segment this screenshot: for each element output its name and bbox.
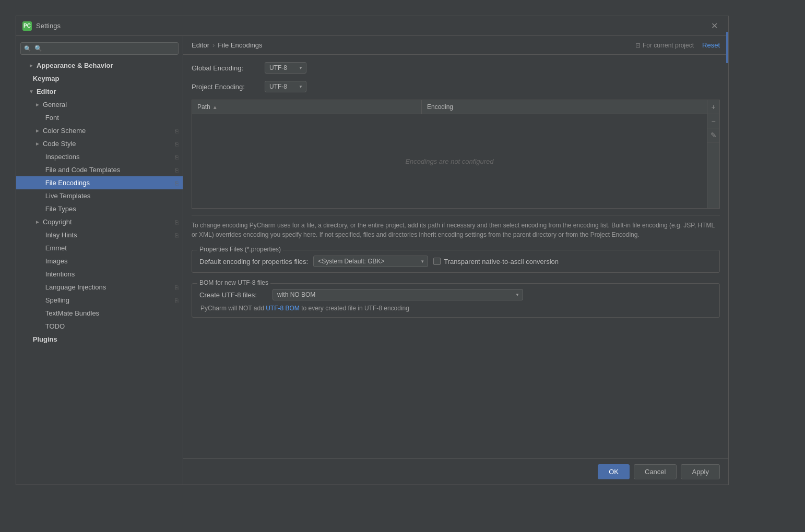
- global-encoding-row: Global Encoding: UTF-8: [192, 62, 720, 74]
- project-encoding-row: Project Encoding: UTF-8: [192, 81, 720, 92]
- copy-icon: ⎘: [175, 154, 179, 160]
- table-edit-button[interactable]: ✎: [707, 128, 719, 142]
- panel-header: Editor › File Encodings ⊡ For current pr…: [183, 36, 728, 55]
- sidebar-item-label: Keymap: [33, 75, 60, 82]
- sidebar-item-emmet[interactable]: Emmet: [16, 241, 183, 255]
- bom-note: PyCharm will NOT add UTF-8 BOM to every …: [199, 305, 712, 312]
- sidebar-item-inspections[interactable]: Inspections ⎘: [16, 150, 183, 163]
- sidebar-item-spelling[interactable]: Spelling ⎘: [16, 294, 183, 307]
- arrow-icon: [41, 193, 43, 199]
- copy-icon: ⎘: [175, 284, 179, 291]
- sidebar-item-label: File Encodings: [45, 179, 90, 187]
- sidebar-item-label: General: [43, 101, 67, 108]
- empty-message: Encodings are not configured: [405, 158, 493, 165]
- arrow-icon: [41, 258, 43, 264]
- settings-window: PC Settings ✕ 🔍 ► Appearance & Behavior …: [16, 16, 729, 485]
- sidebar-item-intentions[interactable]: Intentions: [16, 268, 183, 281]
- project-icon: ⊡: [635, 42, 641, 49]
- sidebar-item-label: TextMate Bundles: [45, 309, 99, 317]
- project-encoding-dropdown[interactable]: UTF-8: [265, 81, 306, 92]
- reset-button[interactable]: Reset: [702, 41, 720, 49]
- search-icon: 🔍: [24, 45, 31, 52]
- table-remove-button[interactable]: −: [707, 114, 719, 128]
- sidebar-item-inlay-hints[interactable]: Inlay Hints ⎘: [16, 228, 183, 241]
- sidebar-item-label: Copyright: [43, 218, 72, 226]
- main-panel: Editor › File Encodings ⊡ For current pr…: [183, 36, 728, 485]
- sidebar-item-keymap[interactable]: Keymap: [16, 72, 183, 85]
- sidebar-item-label: Editor: [37, 88, 56, 95]
- sidebar-item-label: File Types: [45, 205, 76, 213]
- search-input[interactable]: [20, 42, 179, 55]
- apply-button[interactable]: Apply: [681, 464, 720, 479]
- bom-row: Create UTF-8 files: with NO BOM: [199, 289, 712, 300]
- copy-icon: ⎘: [175, 128, 179, 134]
- breadcrumb-separator: ›: [212, 41, 215, 49]
- bom-note-prefix: PyCharm will NOT add: [200, 305, 266, 312]
- arrow-icon: [41, 115, 43, 120]
- sidebar-item-color-scheme[interactable]: ► Color Scheme ⎘: [16, 124, 183, 137]
- sidebar-item-file-code-templates[interactable]: File and Code Templates ⎘: [16, 163, 183, 176]
- global-encoding-label: Global Encoding:: [192, 64, 259, 72]
- sidebar-item-label: Appearance & Behavior: [37, 62, 113, 69]
- table-main: Path ▲ Encoding Encodings are not config…: [192, 100, 707, 208]
- properties-section: Properties Files (*.properties) Default …: [192, 250, 720, 273]
- sidebar-item-label: Emmet: [45, 244, 67, 252]
- ok-button[interactable]: OK: [598, 464, 630, 479]
- sidebar-item-label: Font: [45, 114, 59, 122]
- bom-dropdown[interactable]: with NO BOM: [273, 289, 523, 300]
- global-encoding-dropdown[interactable]: UTF-8: [265, 62, 306, 74]
- encoding-info-text: To change encoding PyCharm uses for a fi…: [192, 215, 720, 239]
- sidebar-item-label: Live Templates: [45, 192, 90, 200]
- sidebar-item-label: Images: [45, 257, 68, 265]
- arrow-icon: [41, 310, 43, 316]
- sidebar-item-file-types[interactable]: File Types: [16, 202, 183, 215]
- sidebar-item-label: Color Scheme: [43, 127, 86, 135]
- table-add-button[interactable]: +: [707, 100, 719, 114]
- sidebar-item-file-encodings[interactable]: File Encodings ⎘: [16, 176, 183, 189]
- arrow-icon: [41, 245, 43, 251]
- project-encoding-value: UTF-8: [269, 83, 287, 90]
- sidebar-item-editor[interactable]: ▼ Editor: [16, 85, 183, 98]
- sidebar-item-images[interactable]: Images: [16, 255, 183, 268]
- sidebar-item-plugins[interactable]: Plugins: [16, 333, 183, 346]
- transparent-checkbox-wrapper: Transparent native-to-ascii conversion: [433, 258, 559, 265]
- arrow-icon: [41, 180, 43, 186]
- title-bar: PC Settings ✕: [16, 16, 728, 36]
- sidebar-item-label: File and Code Templates: [45, 166, 121, 174]
- sidebar-item-textmate[interactable]: TextMate Bundles: [16, 307, 183, 320]
- sidebar-item-font[interactable]: Font: [16, 111, 183, 124]
- table-header: Path ▲ Encoding: [192, 100, 707, 114]
- sidebar-item-code-style[interactable]: ► Code Style ⎘: [16, 137, 183, 150]
- project-encoding-label: Project Encoding:: [192, 83, 259, 91]
- sidebar-item-general[interactable]: ► General: [16, 98, 183, 111]
- panel-body: Global Encoding: UTF-8 Project Encoding:…: [183, 55, 728, 458]
- create-utf8-label: Create UTF-8 files:: [199, 291, 267, 299]
- encodings-table: Path ▲ Encoding Encodings are not config…: [192, 100, 720, 209]
- sidebar-item-live-templates[interactable]: Live Templates: [16, 189, 183, 202]
- copy-icon: ⎘: [175, 180, 179, 186]
- sidebar-item-todo[interactable]: TODO: [16, 320, 183, 333]
- table-toolbar: + − ✎: [707, 100, 719, 208]
- arrow-icon: [41, 154, 43, 160]
- cancel-button[interactable]: Cancel: [634, 464, 677, 479]
- path-column-header[interactable]: Path ▲: [192, 100, 422, 114]
- utf8-bom-link[interactable]: UTF-8 BOM: [266, 305, 300, 312]
- sidebar-item-copyright[interactable]: ► Copyright ⎘: [16, 215, 183, 228]
- properties-encoding-value: <System Default: GBK>: [318, 258, 384, 265]
- sidebar-item-label: Inspections: [45, 153, 80, 161]
- close-button[interactable]: ✕: [707, 19, 722, 33]
- for-project-label: For current project: [643, 42, 694, 49]
- encoding-column-header[interactable]: Encoding: [422, 100, 707, 114]
- properties-section-title: Properties Files (*.properties): [197, 246, 283, 253]
- arrow-icon: ►: [35, 141, 40, 147]
- sidebar-item-language-injections[interactable]: Language Injections ⎘: [16, 281, 183, 294]
- arrow-icon: ►: [29, 63, 34, 68]
- arrow-icon: [41, 323, 43, 329]
- bom-note-suffix: to every created file in UTF-8 encoding: [300, 305, 409, 312]
- transparent-checkbox[interactable]: [433, 258, 441, 265]
- sidebar-item-appearance[interactable]: ► Appearance & Behavior: [16, 59, 183, 72]
- properties-encoding-dropdown[interactable]: <System Default: GBK>: [313, 256, 428, 267]
- sidebar-item-label: Spelling: [45, 296, 69, 304]
- bom-value: with NO BOM: [277, 291, 315, 298]
- arrow-icon: ►: [35, 102, 40, 107]
